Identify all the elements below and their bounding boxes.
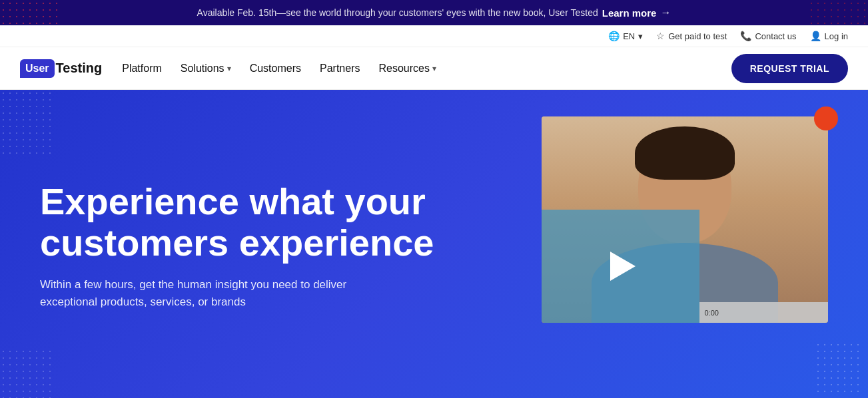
person-hair: [635, 126, 735, 180]
solutions-label: Solutions: [181, 63, 224, 75]
get-paid-label: Get paid to test: [668, 31, 727, 41]
contact-label: Contact us: [755, 31, 796, 41]
video-bottom-bar: 0:00: [699, 302, 829, 323]
phone-icon: 📞: [740, 31, 751, 41]
user-icon: 👤: [810, 31, 821, 41]
top-banner: Available Feb. 15th—see the world throug…: [0, 0, 868, 25]
lang-chevron: ▾: [638, 31, 643, 41]
video-play-overlay[interactable]: [542, 210, 699, 323]
nav-platform[interactable]: Platform: [122, 63, 162, 75]
logo-testing: Testing: [56, 61, 103, 76]
language-label: EN: [623, 31, 635, 41]
banner-dots-left: [0, 0, 60, 25]
record-indicator: [814, 106, 838, 130]
video-time: 0:00: [705, 309, 719, 317]
request-trial-button[interactable]: REQUEST TRIAL: [731, 54, 848, 83]
language-selector[interactable]: 🌐 EN ▾: [608, 31, 643, 41]
banner-arrow: →: [660, 7, 671, 19]
banner-text: Available Feb. 15th—see the world throug…: [197, 7, 598, 18]
main-nav: User Testing Platform Solutions ▾ Custom…: [0, 47, 868, 90]
video-thumbnail[interactable]: 0:00: [542, 116, 828, 323]
play-button-icon: [610, 252, 636, 281]
hero-title: Experience what your customers experienc…: [40, 181, 440, 263]
logo[interactable]: User Testing: [20, 59, 102, 78]
platform-label: Platform: [122, 63, 162, 75]
get-paid-link[interactable]: ☆ Get paid to test: [656, 31, 727, 41]
hero-section: Experience what your customers experienc…: [0, 90, 868, 398]
nav-resources[interactable]: Resources ▾: [378, 63, 436, 75]
sub-nav: 🌐 EN ▾ ☆ Get paid to test 📞 Contact us 👤…: [0, 25, 868, 47]
login-link[interactable]: 👤 Log in: [810, 31, 848, 41]
resources-chevron: ▾: [432, 64, 436, 73]
customers-label: Customers: [250, 63, 301, 75]
nav-solutions[interactable]: Solutions ▾: [181, 63, 231, 75]
nav-customers[interactable]: Customers: [250, 63, 301, 75]
hero-content: Experience what your customers experienc…: [40, 181, 440, 310]
solutions-chevron: ▾: [227, 64, 231, 73]
hero-dots-bottom-right: [815, 341, 861, 395]
learn-more-link[interactable]: Learn more: [602, 7, 657, 19]
hero-dots-top-left: [0, 90, 53, 156]
partners-label: Partners: [320, 63, 360, 75]
hero-video-area[interactable]: 0:00: [542, 116, 828, 323]
hero-dots-bottom-left: [0, 348, 53, 398]
contact-link[interactable]: 📞 Contact us: [740, 31, 796, 41]
nav-partners[interactable]: Partners: [320, 63, 360, 75]
login-label: Log in: [825, 31, 848, 41]
star-icon: ☆: [656, 31, 665, 41]
logo-user: User: [20, 59, 55, 78]
globe-icon: 🌐: [608, 31, 620, 41]
banner-dots-right: [808, 0, 868, 25]
nav-links: Platform Solutions ▾ Customers Partners …: [122, 63, 731, 75]
hero-subtitle: Within a few hours, get the human insigh…: [40, 276, 386, 310]
resources-label: Resources: [378, 63, 429, 75]
